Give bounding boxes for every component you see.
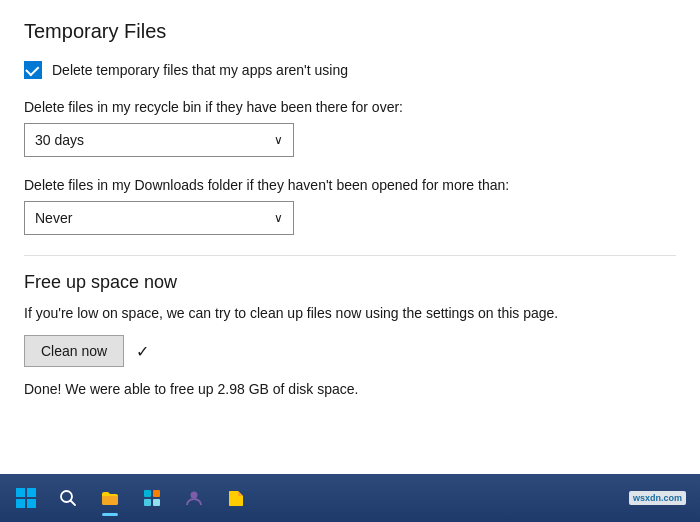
svg-point-10	[191, 492, 198, 499]
free-space-title: Free up space now	[24, 272, 676, 293]
svg-rect-8	[144, 499, 151, 506]
svg-line-5	[71, 501, 76, 506]
taskbar: wsxdn.com	[0, 474, 700, 522]
wsxdn-badge: wsxdn.com	[629, 491, 686, 505]
checkbox-row: Delete temporary files that my apps aren…	[24, 61, 676, 79]
svg-rect-2	[16, 499, 25, 508]
svg-rect-7	[153, 490, 160, 497]
downloads-label: Delete files in my Downloads folder if t…	[24, 177, 676, 193]
folder-icon	[100, 488, 120, 508]
notes-button[interactable]	[216, 478, 256, 518]
teams-button[interactable]	[174, 478, 214, 518]
page-title: Temporary Files	[24, 20, 676, 43]
checkbox-label: Delete temporary files that my apps aren…	[52, 62, 348, 78]
file-explorer-button[interactable]	[90, 478, 130, 518]
teams-icon	[184, 488, 204, 508]
chevron-down-icon: ∨	[274, 133, 283, 147]
store-button[interactable]	[132, 478, 172, 518]
svg-rect-3	[27, 499, 36, 508]
clean-now-button[interactable]: Clean now	[24, 335, 124, 367]
downloads-dropdown[interactable]: Never ∨	[24, 201, 294, 235]
recycle-bin-value: 30 days	[35, 132, 84, 148]
notes-icon	[226, 488, 246, 508]
start-button[interactable]	[6, 478, 46, 518]
svg-rect-9	[153, 499, 160, 506]
svg-rect-0	[16, 488, 25, 497]
done-message: Done! We were able to free up 2.98 GB of…	[24, 381, 676, 397]
downloads-section: Delete files in my Downloads folder if t…	[24, 177, 676, 235]
search-button[interactable]	[48, 478, 88, 518]
main-content: Temporary Files Delete temporary files t…	[0, 0, 700, 474]
search-icon	[58, 488, 78, 508]
recycle-bin-label: Delete files in my recycle bin if they h…	[24, 99, 676, 115]
svg-rect-6	[144, 490, 151, 497]
store-icon	[142, 488, 162, 508]
downloads-value: Never	[35, 210, 72, 226]
action-row: Clean now ✓	[24, 335, 676, 367]
taskbar-right: wsxdn.com	[629, 491, 694, 505]
svg-rect-1	[27, 488, 36, 497]
delete-temp-files-checkbox[interactable]	[24, 61, 42, 79]
windows-logo-icon	[15, 487, 37, 509]
free-space-description: If you're low on space, we can try to cl…	[24, 305, 676, 321]
divider	[24, 255, 676, 256]
done-checkmark-icon: ✓	[136, 342, 149, 361]
recycle-bin-section: Delete files in my recycle bin if they h…	[24, 99, 676, 157]
recycle-bin-dropdown[interactable]: 30 days ∨	[24, 123, 294, 157]
chevron-down-icon-2: ∨	[274, 211, 283, 225]
active-indicator	[102, 513, 118, 516]
